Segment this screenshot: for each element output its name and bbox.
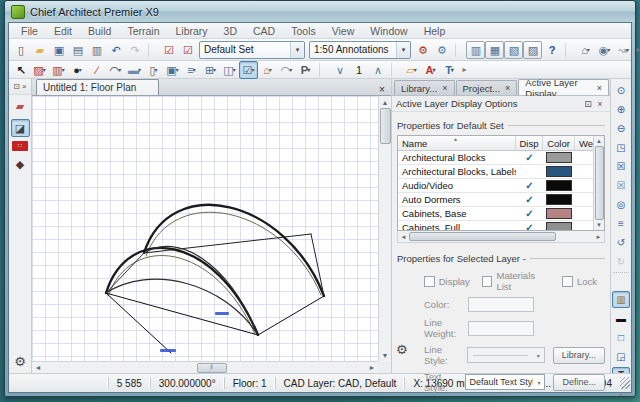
project-browser-toggle-button[interactable]: ▦ — [485, 41, 504, 59]
display-checkmark[interactable]: ✓ — [516, 221, 543, 231]
print-preview-icon[interactable]: ▥ — [87, 41, 106, 59]
close-icon[interactable]: × — [594, 99, 606, 109]
close-icon[interactable]: × — [375, 84, 389, 95]
scroll-left-icon[interactable]: ◄ — [32, 362, 44, 373]
column-header[interactable]: Disp — [516, 136, 543, 150]
railing-tools-icon[interactable]: ▥▾ — [49, 61, 68, 79]
close-icon[interactable]: × — [442, 83, 447, 93]
wall-break-icon[interactable]: ∕ — [87, 61, 106, 79]
menu-item[interactable]: Build — [80, 25, 119, 37]
scroll-down-icon[interactable]: ▼ — [594, 220, 604, 230]
scroll-up-icon[interactable]: ▲ — [594, 136, 604, 146]
leader-line-icon[interactable]: T▾ — [440, 61, 459, 79]
menu-item[interactable]: 3D — [216, 25, 245, 37]
overflow-arrow-icon[interactable]: ▸ — [459, 61, 469, 79]
view-forward-icon[interactable]: ↻ — [612, 253, 630, 270]
float-panel-icon[interactable]: ⊡ — [582, 99, 594, 109]
annotation-scale-combo[interactable]: 1:50 Annotations ▾ — [309, 41, 411, 59]
side-panel-tab[interactable]: Active Layer Display... × — [518, 79, 609, 95]
walkthrough-icon[interactable]: ↝▾ — [614, 41, 633, 59]
new-file-icon[interactable]: ▯ — [11, 41, 30, 59]
floor-up-icon[interactable]: ∧ — [368, 61, 387, 79]
scroll-right-icon[interactable]: ► — [366, 362, 378, 373]
cabinet-display-toggle-button[interactable]: ▥ — [612, 291, 630, 308]
define-button[interactable]: Define... — [553, 374, 605, 391]
preview-pane-icon[interactable]: ◲ — [612, 348, 630, 365]
chevron-down-icon[interactable]: ▾ — [396, 42, 410, 58]
menu-item[interactable]: File — [13, 25, 46, 37]
menu-item[interactable]: View — [324, 25, 363, 37]
roof-tools-icon[interactable]: ⌂▾ — [258, 61, 277, 79]
reference-display-toggle-button[interactable]: ▨ — [523, 41, 542, 59]
checkbox[interactable] — [482, 276, 493, 287]
vertical-scrollbar[interactable]: ▲ ▼ — [378, 96, 391, 361]
scrollbar-thumb[interactable] — [380, 108, 391, 144]
p-stamp-tools-icon[interactable]: P▾ — [296, 61, 315, 79]
color-swatch[interactable] — [543, 193, 575, 206]
layer-row[interactable]: Cabinets, Base ✓ — [398, 207, 604, 221]
roof-select-button[interactable]: ◪ — [11, 119, 30, 137]
stair-tools-icon[interactable]: ≡▾ — [182, 61, 201, 79]
checkbox[interactable] — [562, 276, 573, 287]
zoom-out-icon[interactable]: ⊖ — [612, 120, 630, 137]
pan-icon[interactable]: ◎ — [612, 196, 630, 213]
save-icon[interactable]: ▣ — [49, 41, 68, 59]
column-header[interactable]: Color — [543, 136, 575, 150]
menu-item[interactable]: Help — [416, 25, 454, 37]
chevron-down-icon[interactable]: ▾ — [290, 42, 304, 58]
layer-row[interactable]: Cabinets, Full ✓ — [398, 221, 604, 231]
cabinet-tools-icon[interactable]: ▯▾ — [144, 61, 163, 79]
select-objects-toggle-icon[interactable]: ☑ — [159, 41, 178, 59]
title-bar[interactable]: Chief Architect Premier X9 — [5, 1, 635, 22]
line-weight-field[interactable] — [468, 321, 534, 336]
help-icon[interactable]: ? — [542, 41, 561, 59]
zoom-tool-icon[interactable]: ⊙ — [612, 82, 630, 99]
color-swatch[interactable] — [543, 165, 575, 178]
roof-plane-icon[interactable]: ▰ — [11, 97, 30, 115]
panel-settings-gear-icon[interactable]: ⚙ — [396, 342, 408, 357]
floor-plan-canvas[interactable] — [32, 96, 378, 361]
checkbox[interactable] — [424, 276, 435, 287]
layer-row[interactable]: Auto Dormers ✓ — [398, 193, 604, 207]
library-browser-toggle-button[interactable]: ▥ — [466, 41, 485, 59]
fixture-tools-icon[interactable]: ▣▾ — [163, 61, 182, 79]
text-tools-icon[interactable]: A▾ — [421, 61, 440, 79]
color-swatch[interactable] — [543, 207, 575, 220]
camera-view-house-icon[interactable]: ⌂▾ — [576, 41, 595, 59]
undo-icon[interactable]: ↶ — [106, 41, 125, 59]
text-style-combo[interactable]: Default Text Style ▾ — [465, 374, 545, 390]
adjust-settings-icon[interactable]: ⚙ — [413, 41, 432, 59]
print-icon[interactable]: ▤ — [68, 41, 87, 59]
library-button[interactable]: Library... — [553, 347, 605, 364]
floor-down-icon[interactable]: ∨ — [330, 61, 349, 79]
tab-floor-plan[interactable]: Untitled 1: Floor Plan — [36, 79, 159, 95]
menu-item[interactable]: Edit — [46, 25, 80, 37]
scroll-down-icon[interactable]: ▼ — [380, 349, 391, 361]
soffit-tools-icon[interactable]: ◠▾ — [277, 61, 296, 79]
curved-wall-tools-icon[interactable]: ●▾ — [68, 61, 87, 79]
scroll-left-icon[interactable]: ◄ — [398, 232, 409, 242]
arch-tools-icon[interactable]: ◠▾ — [106, 61, 125, 79]
layer-row[interactable]: Architectural Blocks ✓ — [398, 151, 604, 165]
horizontal-scrollbar[interactable]: ◄ ⦀ ► — [32, 361, 378, 373]
color-field[interactable] — [468, 297, 534, 312]
display-checkmark[interactable]: ✓ — [516, 207, 543, 220]
rectangle-display-icon[interactable]: □ — [612, 329, 630, 346]
color-swatch[interactable] — [543, 179, 575, 192]
close-icon[interactable]: × — [505, 83, 510, 93]
color-swatch[interactable] — [543, 151, 575, 164]
zoom-region-icon[interactable]: ◳ — [612, 139, 630, 156]
layer-row[interactable]: Architectural Blocks, Labels — [398, 165, 604, 179]
scrollbar-thumb[interactable] — [409, 232, 556, 241]
default-set-combo[interactable]: Default Set ▾ — [199, 41, 305, 59]
table-horizontal-scrollbar[interactable]: ◄ ► — [397, 231, 605, 243]
active-tool-button[interactable]: ☑▾ — [239, 61, 258, 79]
float-panel-icon[interactable]: ⊡ — [13, 82, 20, 91]
menu-item[interactable]: Library — [167, 25, 215, 37]
redo-icon[interactable]: ↷ — [125, 41, 144, 59]
overflow-arrow-icon[interactable]: ▸ — [633, 41, 640, 59]
color-swatch[interactable] — [543, 221, 575, 231]
menu-item[interactable]: Tools — [283, 25, 324, 37]
side-panel-tab[interactable]: Library... × — [394, 80, 455, 95]
menu-item[interactable]: Window — [362, 25, 415, 37]
